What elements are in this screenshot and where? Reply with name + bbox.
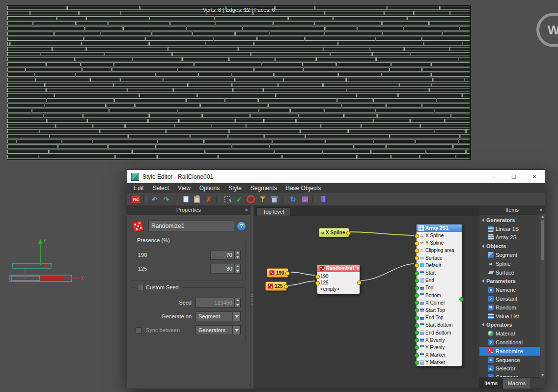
spinner-up-icon[interactable] (235, 298, 240, 303)
input-socket[interactable] (415, 345, 419, 350)
node-input-row[interactable]: Bottom (417, 292, 462, 299)
title-bar[interactable]: Style Editor - RailClone001 – □ × (127, 170, 545, 183)
chevron-down-icon[interactable] (232, 326, 240, 335)
node-xspline[interactable]: ≈ X Spline (319, 228, 349, 237)
input-socket[interactable] (415, 263, 419, 268)
redo-icon[interactable]: ↷ (161, 194, 171, 204)
tab-macros[interactable]: Macros (503, 378, 531, 389)
node-input-row[interactable]: X Evenly (417, 336, 462, 344)
node-input-row[interactable]: X Marker (417, 351, 462, 359)
custom-seed-checkbox[interactable] (137, 284, 143, 290)
sync-between-dropdown[interactable]: Generators (195, 325, 241, 335)
input-socket[interactable] (415, 361, 419, 365)
node-input-row[interactable]: Start Bottom (417, 321, 462, 329)
maximize-button[interactable]: □ (503, 170, 524, 183)
node-input-row[interactable]: 190 (317, 273, 360, 280)
node-input-row[interactable]: X Corner (417, 299, 462, 307)
export-icon[interactable] (300, 194, 310, 204)
panel-close-icon[interactable]: × (245, 206, 248, 214)
presence-spinner[interactable]: 70 (210, 250, 241, 260)
panel-close-icon[interactable]: × (540, 206, 543, 214)
spinner-down-icon[interactable] (235, 303, 240, 308)
output-socket[interactable] (357, 280, 362, 285)
spinner-down-icon[interactable] (235, 255, 240, 260)
chevron-down-icon[interactable] (232, 312, 240, 321)
check-icon[interactable]: ✓ (234, 194, 244, 204)
node-input-row[interactable]: <empty> (317, 286, 360, 292)
trash-icon[interactable] (269, 194, 279, 204)
input-socket[interactable] (415, 241, 419, 246)
delete-icon[interactable]: ✗ (203, 194, 214, 204)
output-socket[interactable] (285, 271, 290, 276)
node-input-row[interactable]: End (417, 277, 462, 284)
tree-item[interactable]: Sequence (479, 356, 540, 364)
node-input-row[interactable]: Default (417, 262, 462, 269)
input-socket[interactable] (415, 279, 419, 283)
input-socket[interactable] (415, 308, 419, 312)
tree-item[interactable]: Random (479, 303, 540, 312)
tree-item[interactable]: Spline (479, 259, 540, 268)
close-button[interactable]: × (524, 170, 545, 183)
output-socket[interactable] (346, 231, 351, 235)
refresh-icon[interactable]: ↻ (288, 194, 298, 204)
seed-spinner[interactable]: 123456 (195, 298, 241, 308)
node-randomize[interactable]: Randomize1 × 190 125 (317, 264, 360, 294)
viewport[interactable]: Verts: 8 | Edges: 12 | Faces: 6 (7, 5, 471, 160)
minimize-button[interactable]: – (483, 170, 503, 183)
scrollbar-thumb[interactable] (541, 220, 544, 260)
tree-item[interactable]: Generators (479, 216, 540, 224)
node-close-icon[interactable]: × (357, 266, 360, 271)
node-param-190[interactable]: 190 (267, 268, 288, 278)
tree-item[interactable]: Surface (479, 268, 540, 277)
help-button[interactable]: ? (237, 222, 246, 230)
filter-icon[interactable] (257, 194, 268, 204)
spinner-down-icon[interactable] (235, 269, 240, 274)
copy-icon[interactable] (180, 194, 190, 204)
tab-top-level[interactable]: Top level (256, 207, 290, 216)
tree-item[interactable]: Constant (479, 294, 540, 303)
properties-panel-header[interactable]: Properties × (127, 206, 250, 215)
scrollbar[interactable] (540, 214, 545, 378)
tree-item[interactable]: Segment (479, 251, 540, 259)
tree-item[interactable]: Conditional (479, 338, 540, 347)
paste-icon[interactable] (192, 194, 202, 204)
node-input-row[interactable]: X Spline (417, 232, 462, 239)
undo-icon[interactable]: ↶ (149, 194, 160, 204)
scroll-down-icon[interactable] (540, 373, 545, 378)
node-canvas[interactable]: ≈ X Spline 190 125 (254, 216, 479, 389)
items-panel-header[interactable]: Items × (479, 206, 545, 215)
input-socket[interactable] (415, 323, 419, 328)
node-input-row[interactable]: Start (417, 269, 462, 277)
tab-items[interactable]: Items (479, 378, 503, 389)
input-socket[interactable] (415, 301, 419, 305)
input-socket[interactable] (415, 249, 419, 253)
tree-item[interactable]: Numeric (479, 285, 540, 294)
node-input-row[interactable]: End Top (417, 314, 462, 321)
tree-item[interactable]: Material (479, 329, 540, 338)
menu-item[interactable]: Options (195, 183, 224, 193)
input-socket[interactable] (415, 331, 419, 335)
tree-item[interactable]: Array 2S (479, 233, 540, 242)
node-header[interactable]: Array 2S1 (417, 224, 462, 232)
input-socket[interactable] (415, 286, 419, 290)
input-socket[interactable] (415, 256, 419, 260)
node-param-125[interactable]: 125 (265, 281, 287, 291)
sync-between-checkbox[interactable] (136, 327, 142, 334)
node-input-row[interactable]: Start Top (417, 307, 462, 314)
input-socket[interactable] (415, 234, 419, 238)
tree-item[interactable]: Selector (479, 364, 540, 373)
library-icon[interactable] (318, 194, 329, 204)
input-socket[interactable] (415, 293, 419, 298)
output-socket[interactable] (284, 284, 288, 289)
node-input-row[interactable]: Surface (417, 254, 462, 262)
menu-item[interactable]: Style (224, 183, 246, 193)
tree-item[interactable]: Value List (479, 312, 540, 321)
tree-item[interactable]: Objects (479, 242, 540, 251)
node-array[interactable]: Array 2S1 X Spline (416, 224, 462, 366)
spinner-up-icon[interactable] (235, 251, 240, 255)
input-socket[interactable] (415, 353, 419, 358)
menu-item[interactable]: View (173, 183, 195, 193)
menu-item[interactable]: Edit (129, 183, 148, 193)
tree-item[interactable]: Linear 1S (479, 224, 540, 233)
node-name-input[interactable] (148, 221, 234, 231)
